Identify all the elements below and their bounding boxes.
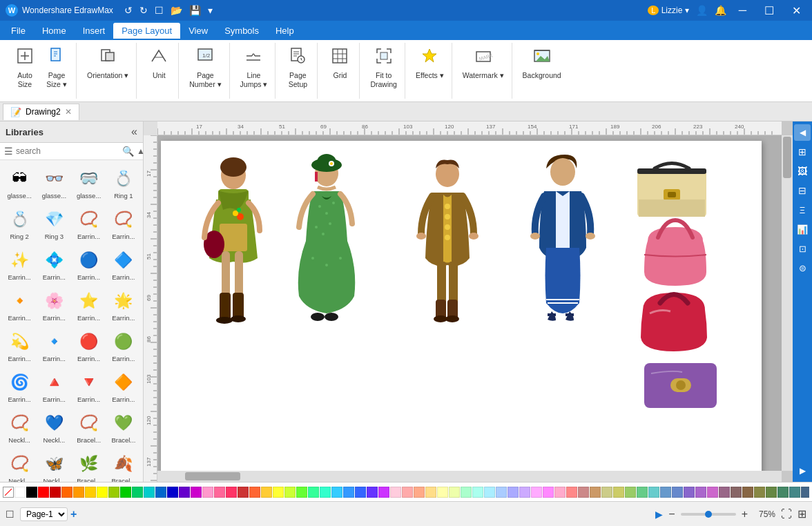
fit-page-btn[interactable]: ⛶ xyxy=(781,508,792,520)
page-select-dropdown[interactable]: Page-1 xyxy=(20,507,68,521)
color-swatch[interactable] xyxy=(191,487,202,498)
color-swatch[interactable] xyxy=(472,487,483,498)
color-swatch[interactable] xyxy=(625,487,636,498)
color-swatch[interactable] xyxy=(801,487,809,498)
vertical-scrollbar[interactable] xyxy=(782,135,793,471)
color-swatch[interactable] xyxy=(167,487,178,498)
color-swatch[interactable] xyxy=(789,487,800,498)
color-swatch[interactable] xyxy=(226,487,237,498)
menu-home[interactable]: Home xyxy=(34,23,75,39)
color-swatch[interactable] xyxy=(238,487,249,498)
color-swatch[interactable] xyxy=(355,487,366,498)
right-panel-table-btn[interactable]: ⊡ xyxy=(794,240,811,257)
add-page-btn[interactable]: + xyxy=(70,508,77,520)
library-item-neckl[interactable]: 📿Neckl... xyxy=(3,448,36,482)
color-swatch[interactable] xyxy=(508,487,519,498)
library-item-bracel[interactable]: 🌿Bracel... xyxy=(72,448,106,482)
menu-symbols[interactable]: Symbols xyxy=(216,23,267,39)
library-item-earrin[interactable]: 🟢Earrin... xyxy=(107,326,140,365)
color-swatch[interactable] xyxy=(695,487,706,498)
color-swatch[interactable] xyxy=(108,487,119,498)
background-btn[interactable]: Background xyxy=(519,43,565,82)
library-item-earrin[interactable]: 🔸Earrin... xyxy=(3,285,36,324)
save-file-btn[interactable]: 💾 xyxy=(189,5,201,16)
color-swatch[interactable] xyxy=(766,487,777,498)
zoom-in-btn[interactable]: + xyxy=(742,508,748,520)
library-item-neckl[interactable]: 🦋Neckl... xyxy=(37,448,70,482)
color-swatch[interactable] xyxy=(742,487,753,498)
color-swatch[interactable] xyxy=(331,487,342,498)
library-item-neckl[interactable]: 💙Neckl... xyxy=(37,407,70,447)
color-swatch[interactable] xyxy=(261,487,272,498)
color-swatch[interactable] xyxy=(590,487,601,498)
effects-btn[interactable]: Effects ▾ xyxy=(412,43,447,82)
search-input[interactable] xyxy=(16,146,119,156)
color-swatch[interactable] xyxy=(554,487,566,498)
library-item-earrin[interactable]: 🌀Earrin... xyxy=(3,367,36,406)
color-swatch[interactable] xyxy=(296,487,307,498)
library-item-earrin[interactable]: 🔵Earrin... xyxy=(72,244,106,284)
library-item-earrin[interactable]: 🔴Earrin... xyxy=(72,326,106,365)
horizontal-scrollbar[interactable] xyxy=(157,471,782,482)
color-swatch[interactable] xyxy=(531,487,542,498)
library-item-earrin[interactable]: ✨Earrin... xyxy=(3,244,36,284)
zoom-slider[interactable] xyxy=(681,513,736,516)
page-number-btn[interactable]: 1/2 PageNumber ▾ xyxy=(186,43,224,90)
zoom-out-btn[interactable]: − xyxy=(668,508,675,520)
library-item-earrin[interactable]: 🔺Earrin... xyxy=(37,367,70,406)
library-item-earrin[interactable]: 📿Earrin... xyxy=(107,204,140,243)
color-swatch[interactable] xyxy=(179,487,190,498)
library-item-earrin[interactable]: ⭐Earrin... xyxy=(72,285,106,324)
color-swatch[interactable] xyxy=(754,487,765,498)
right-panel-format-btn[interactable]: Ξ xyxy=(794,202,811,218)
color-swatch[interactable] xyxy=(367,487,378,498)
unit-btn[interactable]: Unit xyxy=(144,43,174,82)
library-item-earrin[interactable]: 💫Earrin... xyxy=(3,326,36,365)
menu-insert[interactable]: Insert xyxy=(75,23,114,39)
page-setup-btn[interactable]: PageSetup xyxy=(282,43,313,90)
library-item-bracel[interactable]: 💚Bracel... xyxy=(107,407,140,447)
color-swatch[interactable] xyxy=(273,487,284,498)
library-item-ring 1[interactable]: 💍Ring 1 xyxy=(107,163,140,202)
search-icon[interactable]: 🔍 xyxy=(122,146,134,157)
share-btn[interactable]: 👤 xyxy=(696,5,708,16)
no-fill-color-swatch[interactable] xyxy=(3,487,14,498)
zoom-slider-thumb[interactable] xyxy=(705,511,712,518)
maximize-btn[interactable]: ☐ xyxy=(759,3,780,19)
color-swatch[interactable] xyxy=(132,487,143,498)
drawing-canvas[interactable] xyxy=(161,141,762,471)
right-panel-expand-btn[interactable]: ◀ xyxy=(794,124,811,141)
library-item-glasse[interactable]: 👓glasse... xyxy=(37,163,70,202)
color-swatch[interactable] xyxy=(637,487,648,498)
color-swatch[interactable] xyxy=(672,487,683,498)
menu-help[interactable]: Help xyxy=(267,23,302,39)
color-swatch[interactable] xyxy=(437,487,448,498)
page-icon-btn[interactable]: ☐ xyxy=(6,509,14,520)
color-swatch[interactable] xyxy=(85,487,96,498)
library-item-earrin[interactable]: 🔹Earrin... xyxy=(37,326,70,365)
color-swatch[interactable] xyxy=(284,487,296,498)
drawing-canvas-area[interactable] xyxy=(157,135,782,471)
color-swatch[interactable] xyxy=(249,487,260,498)
color-swatch[interactable] xyxy=(26,487,37,498)
play-btn[interactable]: ▶ xyxy=(655,509,663,520)
color-swatch[interactable] xyxy=(120,487,131,498)
right-panel-connect-btn[interactable]: ⊜ xyxy=(794,260,811,276)
new-file-btn[interactable]: ☐ xyxy=(155,5,164,16)
library-item-bracel[interactable]: 🍂Bracel... xyxy=(107,448,140,482)
color-swatch[interactable] xyxy=(50,487,61,498)
color-swatch[interactable] xyxy=(707,487,718,498)
color-swatch[interactable] xyxy=(484,487,495,498)
line-jumps-btn[interactable]: LineJumps ▾ xyxy=(237,43,271,90)
color-swatch[interactable] xyxy=(343,487,354,498)
right-panel-layers-btn[interactable]: ⊟ xyxy=(794,182,811,199)
color-swatch[interactable] xyxy=(73,487,84,498)
library-item-earrin[interactable]: 🌟Earrin... xyxy=(107,285,140,324)
color-swatch[interactable] xyxy=(378,487,389,498)
undo-btn[interactable]: ↺ xyxy=(124,5,133,16)
right-panel-collapse-btn[interactable]: ▶ xyxy=(794,462,811,479)
color-swatch[interactable] xyxy=(214,487,225,498)
color-swatch[interactable] xyxy=(320,487,331,498)
user-profile[interactable]: L Lizzie ▾ xyxy=(648,6,689,15)
color-swatch[interactable] xyxy=(38,487,49,498)
